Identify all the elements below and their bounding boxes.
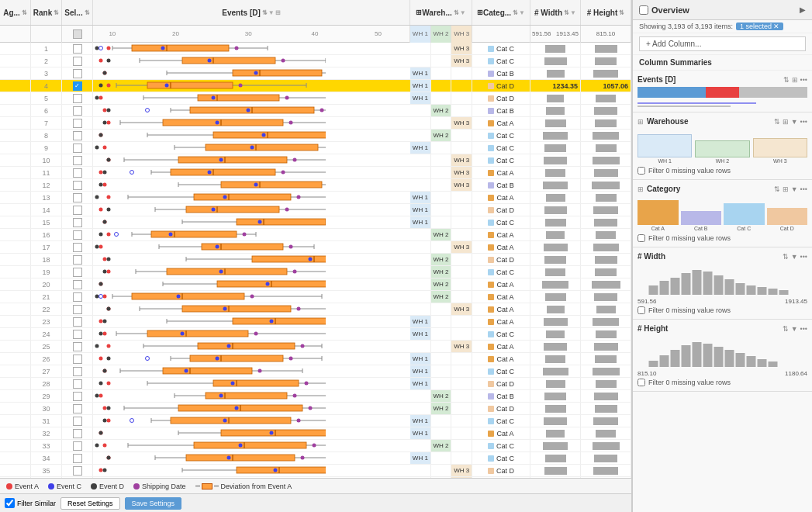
height-filter-checkbox[interactable]	[638, 379, 645, 386]
row-checkbox[interactable]	[73, 305, 82, 314]
sel-cell[interactable]	[62, 204, 93, 216]
events-more-icon[interactable]: •••	[800, 76, 807, 84]
row-checkbox[interactable]	[73, 454, 82, 463]
row-checkbox[interactable]	[73, 94, 82, 103]
table-row[interactable]: 14	[0, 204, 631, 216]
category-filter-icon[interactable]: ▼	[519, 9, 525, 16]
reset-settings-button[interactable]: Reset Settings	[60, 497, 120, 510]
width-sort-icon2[interactable]: ⇅	[783, 253, 789, 261]
row-checkbox[interactable]	[73, 466, 82, 476]
row-checkbox[interactable]	[73, 230, 82, 240]
row-checkbox[interactable]	[73, 144, 82, 153]
row-checkbox[interactable]	[73, 441, 82, 451]
cat-view-icon[interactable]: ⊞	[783, 185, 789, 193]
sel-cell[interactable]	[62, 303, 93, 315]
sel-cell[interactable]	[62, 378, 93, 389]
events-sort-icon[interactable]: ⇅	[262, 9, 268, 16]
sel-cell[interactable]	[62, 67, 93, 79]
sel-cell[interactable]	[62, 192, 93, 203]
table-row[interactable]: 22	[0, 303, 631, 316]
sel-cell[interactable]	[62, 390, 93, 402]
table-row[interactable]: 29	[0, 390, 631, 403]
row-checkbox[interactable]	[73, 280, 82, 289]
sel-cell[interactable]	[62, 254, 93, 265]
sel-cell[interactable]	[62, 278, 93, 290]
sel-cell[interactable]: ✓	[62, 80, 93, 92]
cat-more-icon[interactable]: •••	[800, 185, 807, 193]
sel-cell[interactable]	[62, 266, 93, 278]
sel-cell[interactable]	[62, 328, 93, 340]
row-checkbox[interactable]	[73, 417, 82, 426]
save-settings-button[interactable]: Save Settings	[125, 497, 182, 510]
overview-checkbox[interactable]	[639, 5, 648, 15]
row-checkbox[interactable]	[73, 268, 82, 277]
table-row[interactable]: 20	[0, 278, 631, 291]
sel-cell[interactable]	[62, 465, 93, 476]
sel-cell[interactable]	[62, 216, 93, 228]
sel-cell[interactable]	[62, 403, 93, 414]
row-checkbox[interactable]	[73, 181, 82, 190]
table-row[interactable]: 12	[0, 179, 631, 192]
table-row[interactable]: 11	[0, 167, 631, 179]
sel-cell[interactable]	[62, 154, 93, 166]
table-row[interactable]: 33	[0, 440, 631, 452]
wh-more-icon[interactable]: •••	[800, 118, 807, 126]
wh-sort-icon[interactable]: ⇅	[774, 118, 780, 126]
sel-cell[interactable]	[62, 43, 93, 54]
table-row[interactable]: 19	[0, 266, 631, 278]
row-checkbox[interactable]	[73, 131, 82, 140]
row-checkbox[interactable]	[73, 330, 82, 339]
wh-view-icon[interactable]: ⊞	[783, 118, 789, 126]
table-row[interactable]: 24	[0, 328, 631, 341]
row-checkbox[interactable]	[73, 119, 82, 128]
events-view-icon[interactable]: ⊞	[792, 76, 798, 84]
table-row[interactable]: 21	[0, 291, 631, 303]
table-row[interactable]: 4 ✓	[0, 80, 631, 92]
data-area[interactable]: 1	[0, 43, 631, 478]
cat-sort-icon[interactable]: ⇅	[774, 185, 780, 193]
width-filter-icon[interactable]: ▼	[570, 9, 576, 16]
sel-cell[interactable]	[62, 117, 93, 129]
warehouse-sort-icon[interactable]: ⇅	[454, 9, 459, 16]
sel-cell[interactable]	[62, 316, 93, 327]
row-checkbox[interactable]	[73, 342, 82, 351]
table-row[interactable]: 31	[0, 415, 631, 427]
rank-sort-icon[interactable]: ⇅	[54, 9, 59, 16]
badge-close-icon[interactable]: ✕	[773, 22, 779, 30]
row-checkbox[interactable]	[73, 392, 82, 401]
table-row[interactable]: 7	[0, 117, 631, 130]
row-checkbox[interactable]	[73, 243, 82, 252]
row-checkbox[interactable]	[73, 69, 82, 78]
table-row[interactable]: 18	[0, 254, 631, 266]
row-checkbox[interactable]	[73, 355, 82, 364]
sel-cell[interactable]	[62, 55, 93, 67]
sel-cell[interactable]	[62, 353, 93, 365]
table-row[interactable]: 23	[0, 316, 631, 328]
ag-sort-icon[interactable]: ⇅	[22, 9, 27, 16]
events-filter2-icon[interactable]: ⊞	[275, 9, 281, 16]
height-sort-icon[interactable]: ⇅	[619, 9, 624, 16]
wh-filter-icon[interactable]: ▼	[791, 118, 798, 126]
table-row[interactable]: 1	[0, 43, 631, 55]
right-scroll-area[interactable]: Events [D] ⇅ ⊞ •••	[633, 71, 812, 512]
table-row[interactable]: 34	[0, 452, 631, 465]
row-checkbox[interactable]	[73, 404, 82, 413]
table-row[interactable]: 5	[0, 92, 631, 105]
row-checkbox[interactable]	[73, 156, 82, 165]
row-checkbox[interactable]	[73, 106, 82, 116]
table-row[interactable]: 32	[0, 427, 631, 440]
cat-filter-icon[interactable]: ▼	[791, 185, 798, 193]
sel-cell[interactable]	[62, 427, 93, 439]
row-checkbox[interactable]: ✓	[73, 81, 82, 91]
sel-cell[interactable]	[62, 179, 93, 191]
sel-cell[interactable]	[62, 415, 93, 427]
sel-cell[interactable]	[62, 452, 93, 464]
table-row[interactable]: 9	[0, 142, 631, 154]
table-row[interactable]: 30	[0, 403, 631, 415]
sel-cell[interactable]	[62, 291, 93, 303]
sel-cell[interactable]	[62, 130, 93, 141]
category-sort-icon[interactable]: ⇅	[513, 9, 518, 16]
width-more-icon[interactable]: •••	[800, 253, 807, 261]
row-checkbox[interactable]	[73, 44, 82, 54]
add-column-button[interactable]: + Add Column...	[639, 36, 806, 51]
